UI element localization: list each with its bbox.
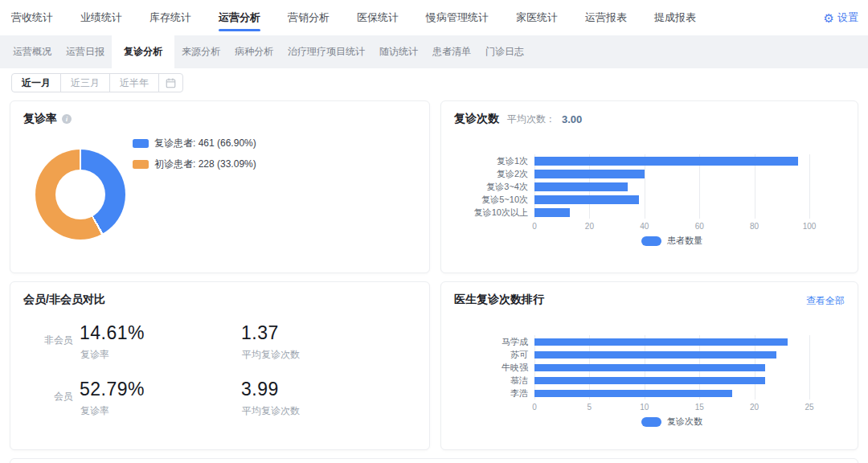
- revisit-count-chart: 复诊1次复诊2次复诊3~4次复诊5~10次复诊10次以上020406080100…: [454, 154, 825, 251]
- bar[interactable]: [534, 157, 798, 166]
- revisit-count-card: 复诊次数 平均次数： 3.00 复诊1次复诊2次复诊3~4次复诊5~10次复诊1…: [440, 100, 858, 273]
- category-label: 李浩: [454, 387, 528, 399]
- gear-icon: ⚙: [824, 12, 834, 24]
- sub-nav-tab[interactable]: 复诊分析: [112, 35, 174, 68]
- partial-card: [10, 458, 858, 463]
- nonmember-avg-label: 平均复诊次数: [242, 348, 300, 362]
- sub-nav-tab[interactable]: 随访统计: [372, 35, 425, 68]
- bar[interactable]: [534, 195, 639, 204]
- top-nav-tab[interactable]: 慢病管理统计: [426, 0, 489, 35]
- doctor-rank-title: 医生复诊次数排行: [454, 293, 544, 307]
- bar-row: [534, 180, 809, 193]
- legend-swatch: [133, 160, 149, 169]
- member-compare-title: 会员/非会员对比: [23, 293, 105, 307]
- revisit-rate-donut-chart[interactable]: [35, 150, 125, 240]
- bar[interactable]: [534, 351, 776, 359]
- donut-legend: 复诊患者: 461 (66.90%)初诊患者: 228 (33.09%): [133, 137, 256, 171]
- category-label: 复诊3~4次: [454, 180, 528, 193]
- x-tick-label: 40: [640, 222, 649, 231]
- legend-label: 患者数量: [667, 235, 702, 247]
- legend-swatch: [641, 417, 661, 427]
- sub-nav-tab[interactable]: 治疗理疗项目统计: [280, 35, 372, 68]
- donut-legend-item[interactable]: 初诊患者: 228 (33.09%): [133, 158, 256, 171]
- bar[interactable]: [534, 377, 765, 384]
- category-label: 复诊1次: [454, 154, 528, 167]
- bar[interactable]: [534, 338, 788, 346]
- date-range-filter: 近一月近三月近半年: [11, 73, 183, 92]
- view-all-link[interactable]: 查看全部: [806, 294, 845, 308]
- doctor-rank-title-text: 医生复诊次数排行: [454, 293, 544, 307]
- doctor-rank-chart: 马学成苏可牛映强慕洁李浩0510152025复诊次数: [454, 335, 825, 432]
- bar[interactable]: [534, 208, 570, 217]
- bar-row: [534, 167, 809, 180]
- top-nav-tabs: 营收统计业绩统计库存统计运营分析营销分析医保统计慢病管理统计家医统计运营报表提成…: [11, 0, 696, 35]
- bar-row: [534, 154, 809, 167]
- calendar-icon: [166, 78, 176, 88]
- filter-option[interactable]: 近一月: [11, 73, 61, 92]
- bar[interactable]: [534, 170, 645, 178]
- top-nav-tab[interactable]: 库存统计: [149, 0, 191, 35]
- legend-swatch: [133, 139, 149, 148]
- top-nav-tab[interactable]: 家医统计: [516, 0, 558, 35]
- bar-row: [534, 206, 809, 219]
- plot-area: [534, 154, 809, 219]
- top-nav-tab[interactable]: 提成报表: [654, 0, 696, 35]
- top-nav-tab[interactable]: 营销分析: [288, 0, 330, 35]
- settings-label: 设置: [837, 10, 858, 25]
- sub-nav-tab[interactable]: 病种分析: [227, 35, 280, 68]
- grid-line: [809, 154, 810, 219]
- chart-legend[interactable]: 患者数量: [534, 235, 809, 247]
- category-label: 慕洁: [454, 374, 528, 387]
- x-tick-label: 25: [805, 403, 813, 412]
- member-compare-card: 会员/非会员对比 非会员 14.61% 复诊率 1.37 平均复诊次数 会员 5…: [10, 281, 430, 450]
- bar-row: [534, 387, 809, 399]
- member-avg-value: 3.99: [241, 379, 279, 400]
- top-nav: 营收统计业绩统计库存统计运营分析营销分析医保统计慢病管理统计家医统计运营报表提成…: [0, 0, 868, 35]
- settings-button[interactable]: ⚙ 设置: [824, 0, 858, 35]
- doctor-rank-card: 医生复诊次数排行 查看全部 马学成苏可牛映强慕洁李浩0510152025复诊次数: [440, 281, 858, 450]
- category-label: 苏可: [454, 348, 528, 361]
- top-nav-tab[interactable]: 营收统计: [11, 0, 53, 35]
- legend-text: 初诊患者: 228 (33.09%): [154, 158, 256, 171]
- bar[interactable]: [534, 182, 628, 191]
- legend-text: 复诊患者: 461 (66.90%): [154, 137, 256, 150]
- chart-legend[interactable]: 复诊次数: [534, 416, 809, 428]
- donut-legend-item[interactable]: 复诊患者: 461 (66.90%): [133, 137, 256, 150]
- custom-date-button[interactable]: [158, 73, 183, 92]
- x-tick-label: 80: [750, 222, 759, 231]
- sub-nav-tab[interactable]: 来源分析: [174, 35, 227, 68]
- x-axis-ticks: 020406080100: [534, 222, 809, 232]
- group-label-member: 会员: [39, 390, 73, 404]
- avg-count-label: 平均次数：: [507, 113, 555, 126]
- top-nav-tab[interactable]: 运营分析: [219, 0, 260, 35]
- filter-option[interactable]: 近三月: [60, 73, 110, 92]
- sub-nav-tab[interactable]: 患者清单: [425, 35, 478, 68]
- sub-nav-tab[interactable]: 门诊日志: [478, 35, 531, 68]
- top-nav-tab[interactable]: 运营报表: [585, 0, 627, 35]
- revisit-count-title-text: 复诊次数: [454, 112, 499, 126]
- x-tick-label: 0: [532, 403, 537, 412]
- category-label: 牛映强: [454, 361, 528, 374]
- bar-row: [534, 335, 809, 348]
- x-tick-label: 0: [532, 222, 537, 231]
- bar[interactable]: [534, 390, 732, 397]
- filter-option[interactable]: 近半年: [109, 73, 159, 92]
- info-icon[interactable]: i: [62, 114, 72, 124]
- bar[interactable]: [534, 364, 765, 371]
- category-label: 复诊5~10次: [454, 193, 528, 206]
- top-nav-tab[interactable]: 医保统计: [357, 0, 399, 35]
- grid-line: [809, 335, 810, 399]
- x-tick-label: 15: [695, 403, 704, 412]
- member-compare-title-text: 会员/非会员对比: [23, 293, 105, 307]
- sub-nav: 运营概况运营日报复诊分析来源分析病种分析治疗理疗项目统计随访统计患者清单门诊日志: [0, 35, 868, 68]
- x-tick-label: 20: [585, 222, 594, 231]
- group-label-nonmember: 非会员: [39, 334, 73, 347]
- x-axis-ticks: 0510152025: [534, 403, 809, 412]
- x-tick-label: 60: [695, 222, 704, 231]
- member-rate-value: 52.79%: [80, 379, 145, 400]
- top-nav-tab[interactable]: 业绩统计: [80, 0, 122, 35]
- member-avg-label: 平均复诊次数: [242, 404, 300, 418]
- sub-nav-tab[interactable]: 运营日报: [59, 35, 112, 68]
- sub-nav-tab[interactable]: 运营概况: [6, 35, 59, 68]
- nonmember-rate-label: 复诊率: [80, 348, 109, 362]
